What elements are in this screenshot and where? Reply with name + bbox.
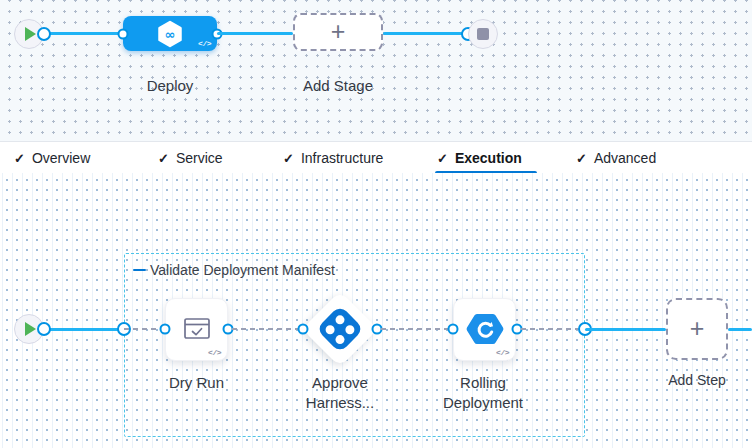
step-label-line: Approve: [295, 373, 385, 393]
tab-infrastructure[interactable]: ✓ Infrastructure: [283, 142, 383, 174]
code-icon: </>: [198, 39, 211, 48]
add-stage-button[interactable]: +: [293, 13, 383, 51]
step-label-rolling: Rolling Deployment: [430, 373, 536, 413]
connector-point[interactable]: [37, 322, 51, 336]
stage-node-deploy[interactable]: ∞ </>: [123, 16, 217, 51]
step-rolling-deployment[interactable]: </>: [453, 298, 516, 361]
step-group-header[interactable]: Validate Deployment Manifest: [133, 262, 335, 278]
add-step-button[interactable]: +: [666, 298, 728, 360]
connector-line: [383, 32, 468, 35]
step-dry-run[interactable]: </>: [165, 298, 228, 361]
tab-service[interactable]: ✓ Service: [158, 142, 223, 174]
check-icon: ✓: [437, 152, 448, 165]
connector-dashed-line: [232, 328, 300, 330]
step-label-line: Deployment: [430, 393, 536, 413]
harness-cd-icon: ∞: [155, 19, 185, 49]
approval-icon-dot: [334, 313, 347, 326]
connector-line: [44, 328, 124, 331]
connector-line: [585, 328, 666, 331]
stage-config-tabs: ✓ Overview ✓ Service ✓ Infrastructure ✓ …: [0, 141, 752, 173]
pipeline-end-node[interactable]: [468, 19, 498, 49]
step-label-line: Dry Run: [160, 373, 233, 393]
step-group-title: Validate Deployment Manifest: [150, 262, 335, 278]
step-label-line: Rolling: [430, 373, 536, 393]
step-label-line: Harness...: [295, 393, 385, 413]
plus-icon: +: [690, 316, 705, 341]
execution-canvas: Validate Deployment Manifest </>: [0, 173, 752, 448]
connector-point[interactable]: [448, 324, 459, 335]
check-icon: ✓: [576, 152, 587, 165]
stage-label-deploy: Deploy: [123, 76, 217, 96]
connector-point[interactable]: [298, 324, 309, 335]
tab-label: Advanced: [594, 150, 656, 166]
approval-icon-dot: [344, 323, 357, 336]
plus-icon: +: [331, 19, 346, 44]
stage-canvas: ∞ </> + Deploy Add Stage: [0, 0, 752, 141]
check-icon: ✓: [283, 152, 294, 165]
add-stage-label: Add Stage: [293, 76, 383, 96]
step-label-approve: Approve Harness...: [295, 373, 385, 413]
code-icon: </>: [496, 348, 509, 357]
add-step-label: Add Step: [661, 370, 733, 390]
tab-overview[interactable]: ✓ Overview: [14, 142, 90, 174]
tab-label: Service: [176, 150, 223, 166]
connector-point[interactable]: [37, 27, 51, 41]
play-icon: [25, 322, 36, 336]
code-icon: </>: [208, 348, 221, 357]
connector-point[interactable]: [160, 324, 171, 335]
connector-point[interactable]: [118, 29, 129, 40]
connector-dashed-line: [521, 328, 578, 330]
harness-approval-icon: [316, 305, 364, 353]
stop-icon: [477, 28, 489, 40]
collapse-dash-icon: [133, 269, 146, 272]
connector-line: [728, 328, 752, 331]
tab-label: Execution: [455, 150, 522, 166]
tab-execution[interactable]: ✓ Execution: [437, 142, 522, 174]
tab-label: Infrastructure: [301, 150, 383, 166]
svg-text:∞: ∞: [165, 26, 176, 41]
approval-icon-dot: [324, 323, 337, 336]
connector-dashed-line: [381, 328, 449, 330]
check-icon: ✓: [158, 152, 169, 165]
rolling-deployment-icon: [466, 313, 504, 347]
connector-line: [217, 32, 293, 35]
approval-icon-dot: [334, 333, 347, 346]
pipeline-editor: ∞ </> + Deploy Add Stage ✓ Overview ✓ Se…: [0, 0, 752, 448]
tab-label: Overview: [32, 150, 90, 166]
connector-line: [44, 32, 124, 35]
step-label-dry-run: Dry Run: [160, 373, 233, 393]
check-icon: ✓: [14, 152, 25, 165]
tab-advanced[interactable]: ✓ Advanced: [576, 142, 656, 174]
dry-run-icon: [183, 317, 211, 342]
play-icon: [25, 27, 36, 41]
